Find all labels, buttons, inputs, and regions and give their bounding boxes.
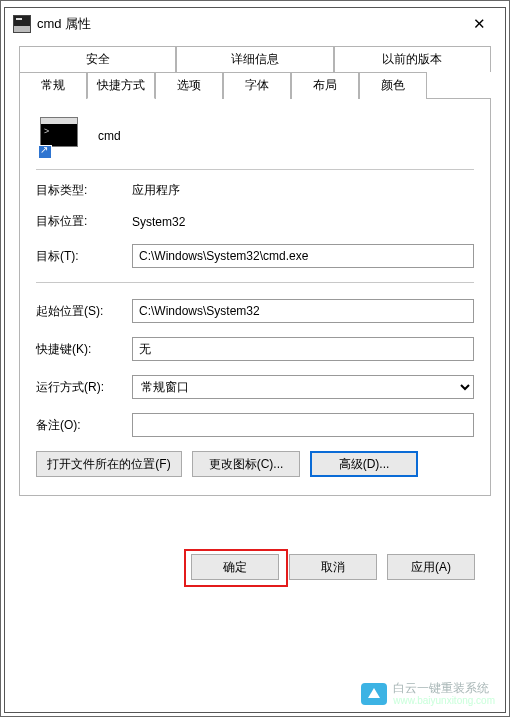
run-combobox[interactable]: 常规窗口 xyxy=(132,375,474,399)
shortcut-icon xyxy=(40,117,78,155)
dialog-button-bar: 确定 取消 应用(A) xyxy=(19,544,491,580)
label-run: 运行方式(R): xyxy=(36,379,132,396)
open-file-location-button[interactable]: 打开文件所在的位置(F) xyxy=(36,451,182,477)
comment-input[interactable] xyxy=(132,413,474,437)
label-target: 目标(T): xyxy=(36,248,132,265)
tab-label: 常规 xyxy=(41,78,65,92)
tab-label: 选项 xyxy=(177,78,201,92)
label-target-location: 目标位置: xyxy=(36,213,132,230)
shortcut-panel: cmd 目标类型: 应用程序 目标位置: System32 目标(T): xyxy=(19,98,491,496)
outer-border: cmd 属性 ✕ 安全 详细信息 以前的版本 常规 快捷方式 选项 字体 布局 … xyxy=(0,0,510,717)
tab-row-top: 安全 详细信息 以前的版本 xyxy=(19,46,491,72)
separator xyxy=(36,282,474,283)
change-icon-button[interactable]: 更改图标(C)... xyxy=(192,451,300,477)
label-start-in: 起始位置(S): xyxy=(36,303,132,320)
apply-button[interactable]: 应用(A) xyxy=(387,554,475,580)
tab-label: 以前的版本 xyxy=(382,52,442,66)
cmd-icon xyxy=(13,15,31,33)
watermark-logo-icon xyxy=(361,683,387,705)
tab-row-bottom: 常规 快捷方式 选项 字体 布局 颜色 xyxy=(19,72,491,99)
close-icon: ✕ xyxy=(473,15,486,33)
row-start-in: 起始位置(S): xyxy=(36,299,474,323)
watermark-brand: 白云一键重装系统 xyxy=(393,682,495,695)
dialog-window: cmd 属性 ✕ 安全 详细信息 以前的版本 常规 快捷方式 选项 字体 布局 … xyxy=(4,7,506,713)
tab-control: 安全 详细信息 以前的版本 常规 快捷方式 选项 字体 布局 颜色 xyxy=(19,46,491,496)
label-target-type: 目标类型: xyxy=(36,182,132,199)
tab-details[interactable]: 详细信息 xyxy=(176,46,333,72)
hotkey-input[interactable] xyxy=(132,337,474,361)
label-hotkey: 快捷键(K): xyxy=(36,341,132,358)
tab-colors[interactable]: 颜色 xyxy=(359,72,427,99)
cmd-window-icon xyxy=(40,117,78,147)
watermark-text: 白云一键重装系统 www.baiyunxitong.com xyxy=(393,682,495,706)
watermark-domain: www.baiyunxitong.com xyxy=(393,695,495,706)
tab-shortcut[interactable]: 快捷方式 xyxy=(87,72,155,99)
row-comment: 备注(O): xyxy=(36,413,474,437)
tab-label: 详细信息 xyxy=(231,52,279,66)
content-area: 安全 详细信息 以前的版本 常规 快捷方式 选项 字体 布局 颜色 xyxy=(5,40,505,712)
tab-options[interactable]: 选项 xyxy=(155,72,223,99)
window-title: cmd 属性 xyxy=(37,15,91,33)
target-input[interactable] xyxy=(132,244,474,268)
start-in-input[interactable] xyxy=(132,299,474,323)
row-target: 目标(T): xyxy=(36,244,474,268)
tab-previous-versions[interactable]: 以前的版本 xyxy=(334,46,491,72)
cancel-button[interactable]: 取消 xyxy=(289,554,377,580)
value-target-type: 应用程序 xyxy=(132,182,180,199)
panel-button-row: 打开文件所在的位置(F) 更改图标(C)... 高级(D)... xyxy=(36,451,474,477)
tab-label: 布局 xyxy=(313,78,337,92)
row-run: 运行方式(R): 常规窗口 xyxy=(36,375,474,399)
close-button[interactable]: ✕ xyxy=(457,10,501,38)
tab-general[interactable]: 常规 xyxy=(19,72,87,99)
row-hotkey: 快捷键(K): xyxy=(36,337,474,361)
ok-button[interactable]: 确定 xyxy=(191,554,279,580)
shortcut-header: cmd xyxy=(36,113,474,169)
tab-label: 安全 xyxy=(86,52,110,66)
separator xyxy=(36,169,474,170)
titlebar: cmd 属性 ✕ xyxy=(5,8,505,40)
advanced-button[interactable]: 高级(D)... xyxy=(310,451,418,477)
tab-layout[interactable]: 布局 xyxy=(291,72,359,99)
tab-security[interactable]: 安全 xyxy=(19,46,176,72)
row-target-type: 目标类型: 应用程序 xyxy=(36,182,474,199)
value-target-location: System32 xyxy=(132,215,185,229)
tab-font[interactable]: 字体 xyxy=(223,72,291,99)
tab-label: 快捷方式 xyxy=(97,78,145,92)
label-comment: 备注(O): xyxy=(36,417,132,434)
shortcut-name: cmd xyxy=(98,129,121,143)
tab-label: 字体 xyxy=(245,78,269,92)
shortcut-arrow-overlay-icon xyxy=(38,145,52,159)
watermark: 白云一键重装系统 www.baiyunxitong.com xyxy=(361,682,495,706)
tab-label: 颜色 xyxy=(381,78,405,92)
row-target-location: 目标位置: System32 xyxy=(36,213,474,230)
